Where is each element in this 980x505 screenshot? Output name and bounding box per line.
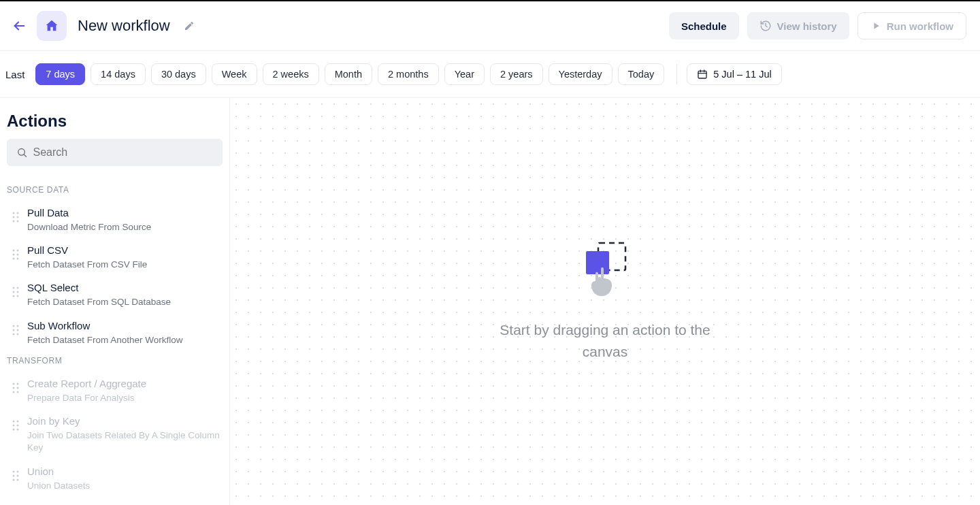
action-title: SQL Select (27, 282, 171, 293)
time-chip[interactable]: 14 days (91, 63, 146, 85)
svg-point-30 (17, 333, 19, 335)
search-input[interactable] (33, 146, 213, 159)
play-icon (870, 20, 881, 31)
time-chip[interactable]: 30 days (151, 63, 206, 85)
group-label-source: SOURCE DATA (0, 181, 229, 201)
svg-point-43 (13, 470, 15, 472)
svg-point-29 (13, 333, 15, 335)
header-right: Schedule View history Run workflow (669, 12, 966, 39)
time-chip[interactable]: Month (325, 63, 372, 85)
time-chip[interactable]: Year (444, 63, 485, 85)
action-title: Union (27, 466, 90, 477)
action-title: Pull CSV (27, 244, 147, 256)
time-chip[interactable]: 2 weeks (263, 63, 319, 85)
action-title: Pull Data (27, 207, 151, 218)
svg-point-34 (17, 387, 19, 389)
svg-point-13 (13, 250, 15, 252)
svg-point-18 (17, 258, 19, 260)
home-icon (44, 18, 59, 33)
time-chip[interactable]: 2 months (378, 63, 439, 85)
time-chip[interactable]: Today (618, 63, 665, 85)
svg-point-46 (17, 474, 19, 476)
svg-point-14 (17, 250, 19, 252)
svg-point-39 (13, 425, 15, 427)
action-item: Join by KeyJoin Two Datasets Related By … (0, 410, 229, 459)
svg-point-40 (17, 425, 19, 427)
svg-point-36 (17, 391, 19, 393)
action-item[interactable]: SQL SelectFetch Dataset From SQL Databas… (0, 276, 229, 314)
drag-handle-icon[interactable] (12, 212, 19, 225)
time-chip[interactable]: 7 days (35, 63, 85, 85)
workflow-title: New workflow (78, 17, 170, 35)
action-title: Create Report / Aggregate (27, 378, 146, 389)
svg-point-24 (17, 295, 19, 297)
svg-point-11 (13, 221, 15, 223)
action-item: UnionUnion Datasets (0, 460, 229, 498)
action-item[interactable]: Sub WorkflowFetch Dataset From Another W… (0, 314, 229, 352)
action-title: Sub Workflow (27, 320, 183, 331)
svg-point-35 (13, 391, 15, 393)
svg-point-20 (17, 287, 19, 289)
svg-point-48 (17, 478, 19, 480)
actions-sidebar: Actions SOURCE DATAPull DataDownload Met… (0, 98, 230, 505)
svg-point-42 (17, 429, 19, 431)
time-chip[interactable]: Yesterday (549, 63, 612, 85)
time-label: Last (5, 69, 24, 80)
header-left: New workflow (8, 11, 197, 41)
schedule-button[interactable]: Schedule (669, 12, 739, 39)
action-item[interactable]: Pull DataDownload Metric From Source (0, 201, 229, 239)
edit-title-button[interactable] (181, 18, 197, 34)
action-title: Join by Key (27, 415, 223, 427)
drag-handle-icon[interactable] (12, 287, 19, 300)
separator (676, 64, 677, 84)
svg-point-47 (13, 478, 15, 480)
action-description: Download Metric From Source (27, 221, 151, 233)
svg-point-19 (13, 287, 15, 289)
svg-point-31 (13, 382, 15, 385)
view-history-button[interactable]: View history (747, 12, 849, 39)
svg-point-32 (17, 382, 19, 385)
search-icon (16, 146, 27, 159)
drag-handle-icon (12, 420, 19, 434)
svg-rect-50 (586, 251, 609, 274)
svg-point-17 (13, 258, 15, 260)
action-item[interactable]: Pull CSVFetch Dataset From CSV File (0, 239, 229, 276)
main-layout: Actions SOURCE DATAPull DataDownload Met… (0, 98, 980, 505)
run-workflow-label: Run workflow (887, 20, 953, 32)
home-tile[interactable] (37, 11, 67, 41)
time-range-bar: Last 7 days14 days30 daysWeek2 weeksMont… (0, 51, 980, 98)
svg-point-15 (13, 254, 15, 256)
workflow-canvas[interactable]: Start by dragging an action to the canva… (230, 98, 980, 505)
action-description: Fetch Dataset From SQL Database (27, 296, 171, 308)
drag-handle-icon[interactable] (12, 325, 19, 338)
svg-point-21 (13, 291, 15, 293)
run-workflow-button[interactable]: Run workflow (858, 12, 966, 39)
svg-point-23 (13, 295, 15, 297)
back-button[interactable] (8, 15, 30, 37)
svg-line-6 (24, 154, 26, 157)
search-input-wrap[interactable] (7, 139, 223, 166)
svg-point-9 (13, 216, 15, 218)
sidebar-title: Actions (0, 112, 229, 139)
svg-point-7 (13, 212, 15, 214)
svg-point-28 (17, 329, 19, 331)
svg-point-26 (17, 325, 19, 327)
svg-point-45 (13, 474, 15, 476)
svg-point-37 (13, 421, 15, 423)
action-description: Fetch Dataset From CSV File (27, 259, 147, 271)
svg-point-33 (13, 387, 15, 389)
canvas-empty-text: Start by dragging an action to the canva… (489, 319, 721, 362)
drag-handle-icon[interactable] (12, 249, 19, 263)
time-chip[interactable]: 2 years (490, 63, 543, 85)
drag-drop-icon (583, 242, 627, 302)
svg-point-41 (13, 429, 15, 431)
date-range-picker[interactable]: 5 Jul – 11 Jul (687, 63, 781, 85)
time-chips: 7 days14 days30 daysWeek2 weeksMonth2 mo… (35, 63, 664, 85)
time-chip[interactable]: Week (212, 63, 257, 85)
action-description: Join Two Datasets Related By A Single Co… (27, 429, 223, 454)
schedule-label: Schedule (681, 20, 727, 32)
svg-point-10 (17, 216, 19, 218)
date-range-text: 5 Jul – 11 Jul (713, 69, 771, 80)
svg-point-8 (17, 212, 19, 214)
canvas-empty-state: Start by dragging an action to the canva… (489, 242, 721, 362)
